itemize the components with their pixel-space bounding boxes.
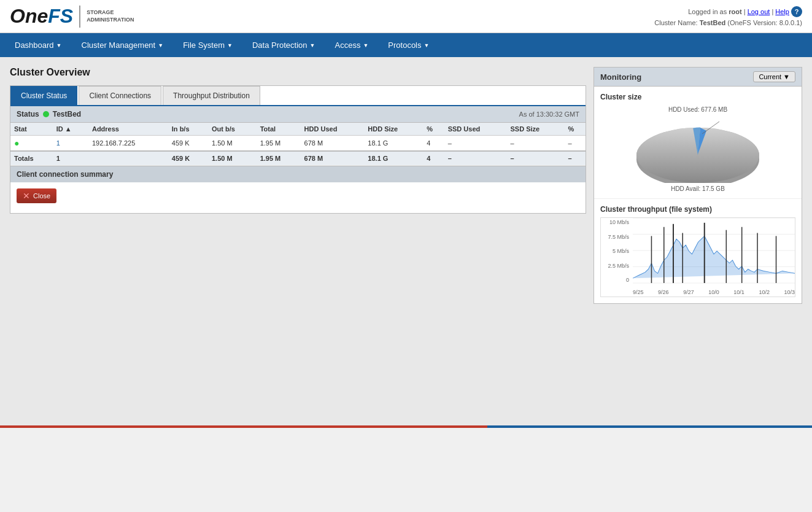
- nav-item-access[interactable]: Access ▼: [325, 33, 378, 57]
- client-connection-summary-section: Client connection summary ✕ Close: [10, 166, 586, 213]
- cell-in-bs: 459 K: [168, 136, 208, 152]
- throughput-svg: [633, 218, 795, 284]
- logo: OneFS STORAGE ADMINISTRATION: [10, 5, 134, 28]
- hdd-used-label: HDD Used: 677.6 MB: [668, 106, 727, 113]
- tab-client-connections[interactable]: Client Connections: [79, 86, 161, 105]
- totals-ssd-size: –: [507, 151, 565, 166]
- throughput-section: Cluster throughput (file system) 10 Mb/s…: [594, 199, 802, 303]
- col-total[interactable]: Total: [257, 123, 301, 136]
- status-timestamp: As of 13:30:32 GMT: [519, 111, 579, 118]
- totals-hdd-pct: 4: [423, 151, 444, 166]
- col-stat[interactable]: Stat: [10, 123, 53, 136]
- nav-arrow-access: ▼: [363, 42, 368, 48]
- col-in-bs[interactable]: In b/s: [168, 123, 208, 136]
- cell-hdd-size: 18.1 G: [364, 136, 423, 152]
- nav-label-cluster-management: Cluster Management: [82, 41, 156, 50]
- tabs-container: Cluster Status Client Connections Throug…: [10, 85, 586, 214]
- chart-x-labels: 9/25 9/26 9/27 10/0 10/1 10/2 10/3: [633, 289, 795, 295]
- page-title: Cluster Overview: [10, 67, 586, 78]
- bottom-bar: [0, 425, 812, 428]
- col-out-bs[interactable]: Out b/s: [208, 123, 257, 136]
- nav-item-protocols[interactable]: Protocols ▼: [378, 33, 439, 57]
- x-label-5: 10/1: [733, 289, 744, 295]
- left-panel: Cluster Overview Cluster Status Client C…: [10, 67, 586, 416]
- totals-out-bs: 1.50 M: [208, 151, 257, 166]
- node-id-link[interactable]: 1: [56, 139, 60, 147]
- status-indicator: [43, 111, 49, 117]
- nav-item-data-protection[interactable]: Data Protection ▼: [242, 33, 325, 57]
- cluster-name: TestBed: [700, 19, 726, 26]
- status-table-wrapper: Stat ID ▲ Address In b/s Out b/s Total H…: [10, 123, 586, 166]
- x-label-6: 10/2: [759, 289, 770, 295]
- cell-address: 192.168.7.225: [88, 136, 168, 152]
- logo-divider: [79, 6, 80, 28]
- nav-arrow-file-system: ▼: [227, 42, 233, 48]
- close-button[interactable]: ✕ Close: [17, 188, 56, 203]
- main-content: Cluster Overview Cluster Status Client C…: [0, 57, 812, 425]
- cell-ssd-pct: –: [565, 136, 586, 152]
- user-info: Logged in as root | Log out | Help ?: [654, 6, 802, 17]
- right-panel: Monitoring Current ▼ Cluster size HDD Us…: [594, 67, 802, 416]
- totals-count: 1: [53, 151, 88, 166]
- y-label-5: 5 Mb/s: [601, 248, 632, 254]
- cell-ssd-size: –: [507, 136, 565, 152]
- monitoring-header: Monitoring Current ▼: [594, 68, 802, 87]
- status-table: Stat ID ▲ Address In b/s Out b/s Total H…: [10, 123, 586, 166]
- header-right: Logged in as root | Log out | Help ? Clu…: [654, 6, 802, 26]
- nav-label-data-protection: Data Protection: [252, 41, 307, 50]
- pie-chart-container: HDD Used: 677.6 MB: [600, 106, 795, 192]
- cluster-size-title: Cluster size: [600, 93, 795, 101]
- cell-out-bs: 1.50 M: [208, 136, 257, 152]
- username: root: [729, 8, 741, 15]
- nav-item-dashboard[interactable]: Dashboard ▼: [5, 33, 72, 57]
- totals-hdd-used: 678 M: [301, 151, 365, 166]
- header: OneFS STORAGE ADMINISTRATION Logged in a…: [0, 0, 812, 33]
- totals-ssd-pct: –: [565, 151, 586, 166]
- nav-arrow-protocols: ▼: [424, 42, 430, 48]
- current-button[interactable]: Current ▼: [753, 71, 795, 82]
- cluster-version: (OneFS Version: 8.0.0.1): [727, 19, 802, 26]
- status-section-header: Status TestBed As of 13:30:32 GMT: [10, 106, 586, 123]
- y-label-0: 0: [601, 277, 632, 283]
- y-label-10: 10 Mb/s: [601, 219, 632, 225]
- totals-in-bs: 459 K: [168, 151, 208, 166]
- nav-item-file-system[interactable]: File System ▼: [173, 33, 242, 57]
- throughput-title: Cluster throughput (file system): [600, 205, 795, 214]
- cell-id: 1: [53, 136, 88, 152]
- totals-total: 1.95 M: [257, 151, 301, 166]
- summary-content: ✕ Close: [10, 182, 586, 213]
- cluster-info: Cluster Name: TestBed (OneFS Version: 8.…: [654, 19, 802, 26]
- pie-chart: [630, 115, 765, 183]
- y-label-25: 2.5 Mb/s: [601, 263, 632, 269]
- col-ssd-used[interactable]: SSD Used: [444, 123, 507, 136]
- close-icon: ✕: [23, 191, 30, 201]
- col-hdd-used[interactable]: HDD Used: [301, 123, 365, 136]
- col-id[interactable]: ID ▲: [53, 123, 88, 136]
- table-header-row: Stat ID ▲ Address In b/s Out b/s Total H…: [10, 123, 586, 136]
- monitoring-title: Monitoring: [600, 72, 641, 82]
- help-link[interactable]: Help: [775, 8, 789, 15]
- help-icon[interactable]: ?: [791, 6, 802, 17]
- cell-total: 1.95 M: [257, 136, 301, 152]
- nav-item-cluster-management[interactable]: Cluster Management ▼: [72, 33, 174, 57]
- col-address[interactable]: Address: [88, 123, 168, 136]
- monitoring-panel: Monitoring Current ▼ Cluster size HDD Us…: [594, 67, 802, 304]
- col-ssd-size[interactable]: SSD Size: [507, 123, 565, 136]
- throughput-chart: 10 Mb/s 7.5 Mb/s 5 Mb/s 2.5 Mb/s 0: [600, 217, 795, 297]
- col-hdd-pct[interactable]: %: [423, 123, 444, 136]
- tab-cluster-status[interactable]: Cluster Status: [10, 86, 77, 105]
- cell-hdd-pct: 4: [423, 136, 444, 152]
- x-label-7: 10/3: [784, 289, 795, 295]
- x-label-2: 9/26: [658, 289, 669, 295]
- nav-label-dashboard: Dashboard: [15, 41, 54, 50]
- totals-label: Totals: [10, 151, 53, 166]
- nav-arrow-dashboard: ▼: [56, 42, 62, 48]
- col-hdd-size[interactable]: HDD Size: [364, 123, 423, 136]
- cell-hdd-used: 678 M: [301, 136, 365, 152]
- x-label-4: 10/0: [708, 289, 719, 295]
- navbar: Dashboard ▼ Cluster Management ▼ File Sy…: [0, 33, 812, 57]
- tab-throughput-distribution[interactable]: Throughput Distribution: [163, 86, 260, 105]
- logout-link[interactable]: Log out: [748, 8, 770, 15]
- nav-label-protocols: Protocols: [388, 41, 421, 50]
- col-ssd-pct[interactable]: %: [565, 123, 586, 136]
